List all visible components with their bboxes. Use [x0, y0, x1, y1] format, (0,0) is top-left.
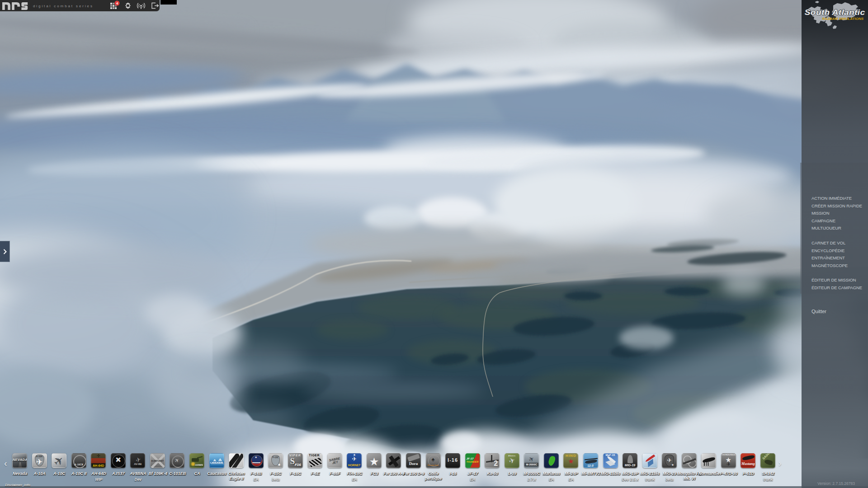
svg-text:RAZBAM SIMULATIONS: RAZBAM SIMULATIONS — [822, 17, 864, 21]
svg-text:South Atlantic: South Atlantic — [805, 9, 865, 17]
